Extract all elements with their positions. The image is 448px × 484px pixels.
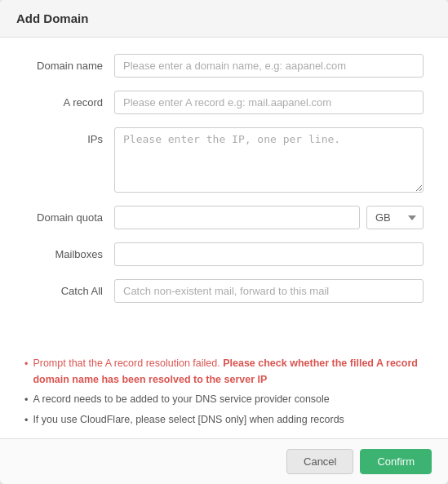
mailboxes-input[interactable]: 50 bbox=[114, 242, 424, 266]
message-2-text: If you use CloudFlare, please select [DN… bbox=[33, 411, 344, 428]
a-record-row: A record bbox=[24, 91, 424, 114]
messages-section: • Prompt that the A record resolution fa… bbox=[0, 349, 448, 438]
a-record-input[interactable] bbox=[114, 91, 424, 114]
catch-all-row: Catch All bbox=[24, 279, 424, 303]
message-item-2: • If you use CloudFlare, please select [… bbox=[24, 411, 432, 428]
ips-row: IPs bbox=[24, 127, 424, 193]
cancel-button[interactable]: Cancel bbox=[286, 449, 353, 474]
dialog-header: Add Domain bbox=[0, 0, 448, 38]
domain-quota-input[interactable]: 5 bbox=[114, 206, 360, 229]
bullet-1-icon: • bbox=[24, 392, 28, 408]
domain-name-label: Domain name bbox=[24, 54, 114, 72]
add-domain-dialog: Add Domain Domain name A record IPs Doma… bbox=[0, 0, 448, 484]
confirm-button[interactable]: Confirm bbox=[360, 449, 432, 474]
domain-name-input[interactable] bbox=[114, 54, 424, 78]
bullet-2-icon: • bbox=[24, 412, 28, 428]
message-1-text: A record needs to be added to your DNS s… bbox=[33, 391, 329, 407]
mailboxes-row: Mailboxes 50 bbox=[24, 242, 424, 266]
message-red-text: Prompt that the A record resolution fail… bbox=[33, 355, 432, 388]
domain-name-row: Domain name bbox=[24, 54, 424, 78]
a-record-label: A record bbox=[24, 91, 114, 109]
quota-controls: 5 GB MB bbox=[114, 206, 424, 229]
catch-all-label: Catch All bbox=[24, 279, 114, 297]
message-item-1: • A record needs to be added to your DNS… bbox=[24, 391, 432, 408]
dialog-footer: Cancel Confirm bbox=[0, 438, 448, 484]
ips-textarea[interactable] bbox=[114, 127, 424, 193]
mailboxes-label: Mailboxes bbox=[24, 242, 114, 260]
ips-label: IPs bbox=[24, 127, 114, 145]
message-item-red: • Prompt that the A record resolution fa… bbox=[24, 355, 432, 388]
dialog-body: Domain name A record IPs Domain quota 5 … bbox=[0, 38, 448, 349]
domain-quota-label: Domain quota bbox=[24, 206, 114, 224]
dialog-title: Add Domain bbox=[16, 11, 432, 25]
bullet-red-icon: • bbox=[24, 356, 28, 372]
quota-unit-select[interactable]: GB MB bbox=[366, 206, 424, 229]
catch-all-input[interactable] bbox=[114, 279, 424, 303]
domain-quota-row: Domain quota 5 GB MB bbox=[24, 206, 424, 229]
